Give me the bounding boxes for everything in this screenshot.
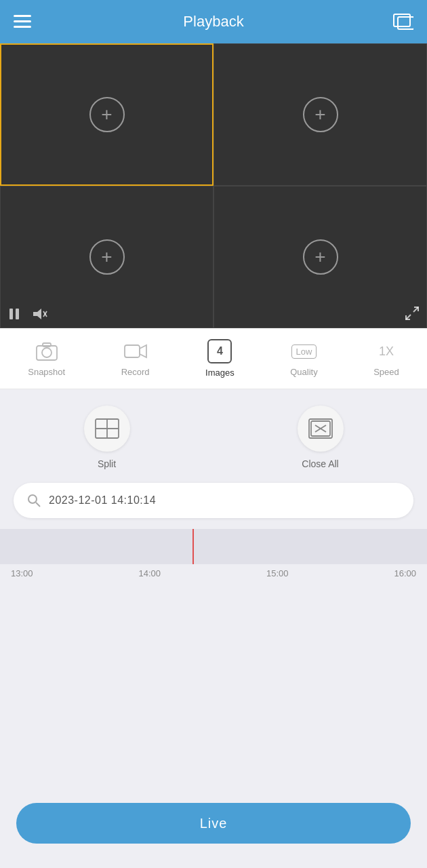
pause-button[interactable] xyxy=(7,307,21,321)
add-channel-icon-3[interactable]: + xyxy=(89,239,125,275)
add-channel-icon-2[interactable]: + xyxy=(303,97,338,132)
datetime-display: 2023-12-01 14:10:14 xyxy=(49,494,156,507)
timeline-section: 13:00 14:00 15:00 16:00 xyxy=(0,529,427,588)
svg-line-25 xyxy=(36,502,40,507)
snapshot-label: Snapshot xyxy=(28,367,65,377)
record-label: Record xyxy=(121,367,150,377)
timeline-label-2: 14:00 xyxy=(138,568,161,578)
svg-rect-1 xyxy=(14,20,31,22)
quality-icon: Low xyxy=(292,340,315,363)
video-cell-2[interactable]: + xyxy=(214,43,427,186)
toolbar-item-images[interactable]: 4 Images xyxy=(205,339,235,378)
split-circle xyxy=(84,406,130,452)
mute-button[interactable] xyxy=(32,307,48,321)
video-cell-1[interactable]: + xyxy=(0,43,214,186)
svg-line-10 xyxy=(413,307,418,312)
quality-badge: Low xyxy=(291,344,317,359)
video-controls xyxy=(7,307,48,321)
svg-rect-15 xyxy=(125,345,140,357)
screen-cast-icon[interactable] xyxy=(393,14,413,30)
spacer xyxy=(0,588,427,789)
close-all-label: Close All xyxy=(302,458,338,469)
svg-marker-16 xyxy=(140,345,146,357)
close-all-action[interactable]: Close All xyxy=(298,406,344,469)
split-label: Split xyxy=(98,458,116,469)
video-cell-4[interactable]: + xyxy=(214,186,427,328)
svg-point-13 xyxy=(42,348,52,357)
timeline-cursor xyxy=(192,529,194,564)
add-channel-icon-4[interactable]: + xyxy=(303,239,338,275)
add-channel-icon-1[interactable]: + xyxy=(89,97,125,132)
timeline-bar[interactable] xyxy=(0,529,427,564)
speed-icon: 1X xyxy=(375,340,398,363)
images-label: Images xyxy=(205,368,235,378)
timeline-label-4: 16:00 xyxy=(394,568,416,578)
search-bar-wrap: 2023-12-01 14:10:14 xyxy=(0,483,427,529)
record-icon xyxy=(124,340,147,363)
svg-rect-5 xyxy=(9,309,13,319)
video-grid: + + + + xyxy=(0,43,427,328)
quality-label: Quality xyxy=(290,367,317,377)
video-cell-3[interactable]: + xyxy=(0,186,214,328)
toolbar: Snapshot Record 4 Images Low Quality 1X … xyxy=(0,328,427,389)
svg-point-24 xyxy=(28,495,37,503)
live-section: Live xyxy=(0,789,427,868)
page-title: Playback xyxy=(183,13,243,31)
close-all-circle xyxy=(298,406,344,452)
toolbar-item-quality[interactable]: Low Quality xyxy=(290,340,317,377)
action-section: Split Close All xyxy=(0,389,427,483)
timeline-labels: 13:00 14:00 15:00 16:00 xyxy=(0,564,427,585)
images-badge: 4 xyxy=(207,339,232,363)
snapshot-icon xyxy=(35,340,58,363)
timeline-label-1: 13:00 xyxy=(11,568,33,578)
live-button[interactable]: Live xyxy=(16,803,411,844)
svg-marker-7 xyxy=(33,309,41,319)
toolbar-item-record[interactable]: Record xyxy=(121,340,150,377)
speed-label: Speed xyxy=(373,367,399,377)
svg-rect-14 xyxy=(43,343,51,347)
split-action[interactable]: Split xyxy=(84,406,130,469)
toolbar-item-speed[interactable]: 1X Speed xyxy=(373,340,399,377)
svg-rect-3 xyxy=(394,14,410,26)
menu-icon[interactable] xyxy=(14,15,31,28)
svg-rect-4 xyxy=(398,17,413,29)
expand-button[interactable] xyxy=(405,306,420,321)
svg-rect-6 xyxy=(16,309,19,319)
svg-rect-0 xyxy=(14,15,31,17)
timeline-label-3: 15:00 xyxy=(266,568,289,578)
search-bar[interactable]: 2023-12-01 14:10:14 xyxy=(14,483,413,518)
search-icon xyxy=(27,494,41,507)
svg-rect-2 xyxy=(14,26,31,28)
toolbar-item-snapshot[interactable]: Snapshot xyxy=(28,340,65,377)
svg-line-11 xyxy=(406,315,411,319)
header: Playback xyxy=(0,0,427,43)
